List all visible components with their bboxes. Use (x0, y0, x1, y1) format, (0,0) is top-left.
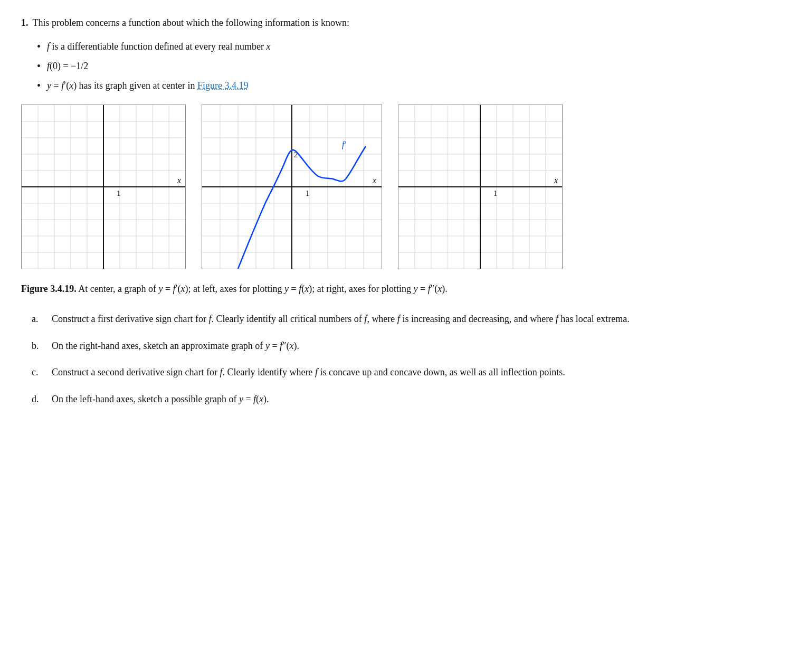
bullet-item-3: y = f′(x) has its graph given at center … (37, 79, 778, 93)
part-c-text: Construct a second derivative sign chart… (52, 365, 778, 380)
figure-link[interactable]: Figure 3.4.19 (197, 80, 249, 91)
svg-text:1: 1 (306, 189, 310, 197)
part-b: b. On the right-hand axes, sketch an app… (32, 338, 778, 354)
center-graph: x 2 1 f′ (202, 105, 382, 269)
svg-text:x: x (554, 176, 558, 185)
bullet-item-1: f is a differentiable function defined a… (37, 40, 778, 54)
graphs-row: x 1 (21, 105, 778, 269)
bullet-3-text: y = f′(x) has its graph given at center … (47, 79, 249, 93)
problem-header: 1. This problem concerns a function abou… (21, 16, 778, 30)
bullet-item-2: f(0) = −1/2 (37, 59, 778, 73)
part-a-text: Construct a first derivative sign chart … (52, 311, 778, 327)
right-graph-svg: x 1 (398, 105, 562, 269)
figure-caption-text: At center, a graph of y = f′(x); at left… (78, 283, 448, 294)
part-b-label: b. (32, 338, 43, 354)
svg-text:1: 1 (117, 189, 121, 197)
figure-caption: Figure 3.4.19. At center, a graph of y =… (21, 282, 778, 297)
svg-text:x: x (372, 176, 376, 185)
svg-text:f′: f′ (342, 140, 346, 149)
svg-text:1: 1 (493, 189, 498, 197)
right-graph: x 1 (398, 105, 563, 269)
bullet-1-text: f is a differentiable function defined a… (47, 40, 271, 54)
left-graph-svg: x 1 (22, 105, 185, 269)
figure-label: Figure 3.4.19. (21, 283, 77, 294)
part-d: d. On the left-hand axes, sketch a possi… (32, 392, 778, 407)
bullet-list: f is a differentiable function defined a… (37, 40, 778, 93)
problem-number: 1. (21, 16, 28, 30)
part-a-label: a. (32, 311, 43, 327)
parts-list: a. Construct a first derivative sign cha… (32, 311, 778, 407)
left-graph: x 1 (21, 105, 186, 269)
part-c: c. Construct a second derivative sign ch… (32, 365, 778, 380)
part-b-text: On the right-hand axes, sketch an approx… (52, 338, 778, 354)
part-d-label: d. (32, 392, 43, 407)
part-a: a. Construct a first derivative sign cha… (32, 311, 778, 327)
svg-text:x: x (177, 176, 181, 185)
problem-intro: This problem concerns a function about w… (33, 16, 349, 30)
center-graph-svg: x 2 1 f′ (202, 105, 382, 269)
bullet-2-text: f(0) = −1/2 (47, 59, 88, 73)
part-c-label: c. (32, 365, 43, 380)
part-d-text: On the left-hand axes, sketch a possible… (52, 392, 778, 407)
